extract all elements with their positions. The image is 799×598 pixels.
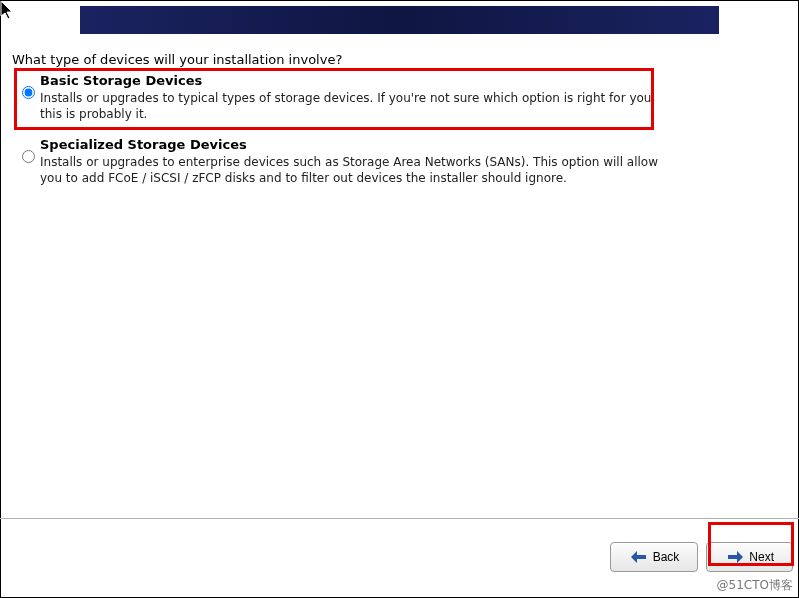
footer-button-row: Back Next (610, 542, 793, 572)
watermark-label: @51CTO博客 (717, 577, 793, 594)
back-button[interactable]: Back (610, 542, 699, 572)
back-button-label: Back (653, 550, 680, 564)
option-basic-title: Basic Storage Devices (40, 73, 779, 88)
option-specialized-description: Installs or upgrades to enterprise devic… (40, 154, 660, 186)
radio-basic-storage[interactable] (22, 86, 35, 99)
arrow-left-icon (631, 551, 647, 563)
option-basic-storage[interactable]: Basic Storage Devices Installs or upgrad… (18, 70, 779, 122)
installer-header-banner (80, 6, 719, 34)
option-specialized-storage[interactable]: Specialized Storage Devices Installs or … (18, 134, 779, 186)
option-basic-description: Installs or upgrades to typical types of… (40, 90, 660, 122)
radio-specialized-storage[interactable] (22, 150, 35, 163)
next-button-label: Next (749, 550, 774, 564)
option-specialized-title: Specialized Storage Devices (40, 137, 779, 152)
arrow-right-icon (727, 551, 743, 563)
footer-separator (0, 518, 799, 519)
prompt-label: What type of devices will your installat… (12, 52, 342, 67)
next-button[interactable]: Next (706, 542, 793, 572)
